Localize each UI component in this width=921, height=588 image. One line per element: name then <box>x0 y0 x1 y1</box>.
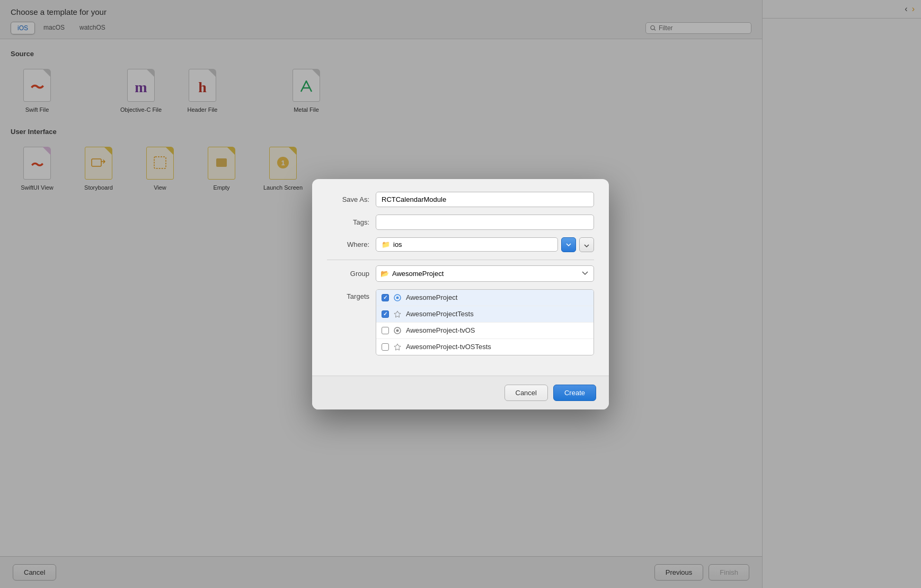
xcode-window: ⊞ ‹ › ⊞+ PROJEC Aweso TARGET A 📁 A <box>0 0 921 588</box>
target-label-1: AwesomeProject <box>406 293 457 301</box>
target-checkbox-4[interactable] <box>382 343 389 351</box>
target-checkbox-2[interactable] <box>382 310 389 318</box>
tags-label: Tags: <box>327 218 369 226</box>
group-chevron-icon <box>581 269 589 279</box>
where-chevron-btn[interactable] <box>561 237 576 252</box>
target-app-icon-1 <box>393 293 402 302</box>
modal-divider-1 <box>327 260 594 260</box>
target-checkbox-3[interactable] <box>382 327 389 334</box>
modal-create-button[interactable]: Create <box>553 385 596 401</box>
group-select[interactable]: 📂 AwesomeProject <box>376 265 594 282</box>
target-label-4: AwesomeProject-tvOSTests <box>406 343 491 351</box>
group-row: Group 📂 AwesomeProject <box>327 265 594 282</box>
where-row: Where: 📁 ios <box>327 237 594 252</box>
targets-row: Targets AwesomeProject <box>327 289 594 355</box>
target-app-icon-4 <box>393 343 402 351</box>
target-label-2: AwesomeProjectTests <box>406 310 474 318</box>
targets-label: Targets <box>327 292 369 300</box>
target-app-icon-2 <box>393 310 402 318</box>
group-value: AwesomeProject <box>392 270 444 278</box>
target-row-1[interactable]: AwesomeProject <box>376 290 594 306</box>
save-as-row: Save As: <box>327 192 594 207</box>
target-row-2[interactable]: AwesomeProjectTests <box>376 306 594 323</box>
group-folder-icon: 📂 <box>380 270 389 278</box>
where-label: Where: <box>327 240 369 248</box>
target-row-3[interactable]: AwesomeProject-tvOS <box>376 323 594 339</box>
targets-container: AwesomeProject AwesomeProjectTests <box>376 289 594 355</box>
expand-btn[interactable] <box>579 237 594 252</box>
group-label: Group <box>327 270 369 278</box>
folder-icon: 📁 <box>382 240 390 248</box>
tags-row: Tags: <box>327 215 594 230</box>
save-dialog: Save As: Tags: Where: 📁 ios <box>312 179 609 409</box>
modal-overlay: Save As: Tags: Where: 📁 ios <box>0 0 921 588</box>
modal-footer: Cancel Create <box>312 376 609 409</box>
target-app-icon-3 <box>393 326 402 335</box>
where-value: ios <box>393 240 402 248</box>
target-label-3: AwesomeProject-tvOS <box>406 326 475 334</box>
svg-point-13 <box>396 296 399 299</box>
save-as-input[interactable] <box>376 192 594 207</box>
svg-point-15 <box>396 329 399 332</box>
target-checkbox-1[interactable] <box>382 294 389 301</box>
where-select-container: 📁 ios <box>376 237 594 252</box>
tags-input[interactable] <box>376 215 594 230</box>
save-as-label: Save As: <box>327 195 369 203</box>
modal-cancel-button[interactable]: Cancel <box>504 385 548 401</box>
where-select[interactable]: 📁 ios <box>376 237 558 252</box>
target-row-4[interactable]: AwesomeProject-tvOSTests <box>376 339 594 355</box>
modal-body: Save As: Tags: Where: 📁 ios <box>312 179 609 376</box>
